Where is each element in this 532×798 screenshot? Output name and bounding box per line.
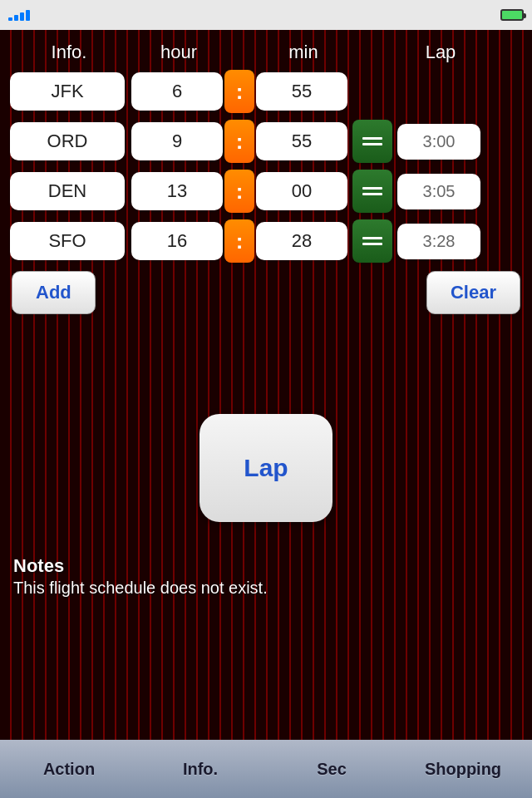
hour-cell-den[interactable]: 13	[131, 172, 223, 210]
lap-button-container: Lap	[0, 414, 532, 522]
battery-icon	[500, 9, 524, 21]
colon-ord: :	[224, 120, 254, 163]
min-cell-den[interactable]: 00	[256, 172, 347, 210]
bar1	[8, 17, 12, 21]
table-row: DEN 13 : 00 3:05	[10, 170, 522, 213]
add-button[interactable]: Add	[12, 271, 96, 314]
info-cell-jfk[interactable]: JFK	[10, 72, 125, 111]
notes-title: Notes	[13, 555, 519, 577]
main-content: Info. hour min Lap JFK 6 : 55 ORD 9 : 55	[0, 30, 532, 314]
lap-cell-den: 3:05	[397, 174, 480, 209]
tab-sec-label: Sec	[317, 760, 347, 778]
table-row: SFO 16 : 28 3:28	[10, 219, 522, 263]
info-cell-den[interactable]: DEN	[10, 172, 125, 210]
hour-cell-sfo[interactable]: 16	[131, 222, 223, 260]
eq-btn-sfo[interactable]	[352, 219, 392, 263]
bar2	[14, 15, 18, 21]
info-cell-ord[interactable]: ORD	[10, 122, 125, 160]
colon-sfo: :	[224, 219, 254, 263]
header-info: Info.	[12, 42, 126, 63]
notes-text: This flight schedule does not exist.	[13, 579, 519, 598]
notes-section: Notes This flight schedule does not exis…	[0, 555, 532, 598]
eq-btn-ord[interactable]	[352, 120, 392, 163]
eq-btn-den[interactable]	[352, 170, 392, 213]
lap-big-button[interactable]: Lap	[200, 414, 332, 522]
table-row: ORD 9 : 55 3:00	[10, 120, 522, 163]
tab-info[interactable]: Info.	[138, 751, 263, 787]
tab-shopping[interactable]: Shopping	[401, 751, 525, 787]
bar3	[20, 12, 24, 21]
info-cell-sfo[interactable]: SFO	[10, 222, 125, 260]
bar4	[26, 10, 30, 21]
hour-cell-jfk[interactable]: 6	[131, 72, 223, 111]
header-lap: Lap	[399, 42, 482, 63]
tab-sec[interactable]: Sec	[269, 751, 394, 787]
header-min: min	[258, 42, 349, 63]
lap-cell-sfo: 3:28	[397, 224, 480, 259]
tab-action[interactable]: Action	[7, 751, 131, 787]
hour-cell-ord[interactable]: 9	[131, 122, 223, 160]
tab-shopping-label: Shopping	[425, 760, 501, 778]
min-cell-jfk[interactable]: 55	[256, 72, 347, 111]
button-row: Add Clear	[10, 271, 522, 314]
colon-jfk: :	[224, 70, 254, 113]
table-row: JFK 6 : 55	[10, 70, 522, 113]
colon-den: :	[224, 170, 254, 213]
table-header: Info. hour min Lap	[10, 42, 522, 63]
lap-cell-ord: 3:00	[397, 124, 480, 160]
signal-bars	[8, 10, 30, 21]
min-cell-sfo[interactable]: 28	[256, 222, 347, 260]
tab-info-label: Info.	[183, 760, 218, 778]
tab-bar: Action Info. Sec Shopping	[0, 740, 532, 798]
clear-button[interactable]: Clear	[426, 271, 520, 314]
header-hour: hour	[133, 42, 224, 63]
min-cell-ord[interactable]: 55	[256, 122, 347, 160]
status-bar	[0, 0, 532, 30]
tab-action-label: Action	[43, 760, 95, 778]
